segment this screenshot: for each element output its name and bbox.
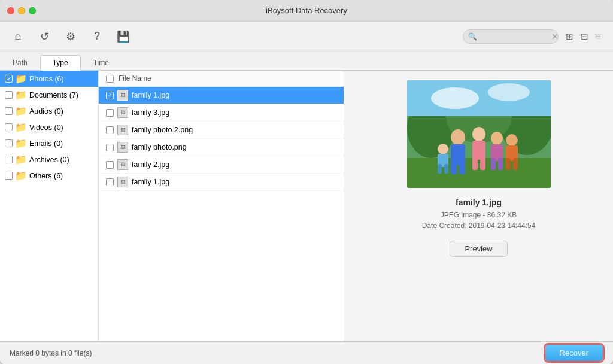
window-title: iBoysoft Data Recovery (266, 6, 347, 15)
sidebar-item-archives[interactable]: 📁 Archives (0) (0, 151, 98, 168)
sidebar-item-emails[interactable]: 📁 Emails (0) (0, 135, 98, 151)
svg-rect-22 (438, 164, 442, 174)
preview-button[interactable]: Preview (450, 241, 507, 257)
settings-icon[interactable]: ⚙ (62, 28, 79, 45)
svg-point-24 (506, 134, 518, 146)
documents-checkbox[interactable] (5, 91, 13, 99)
file-item-4[interactable]: 🖼 family 2.jpg (99, 156, 344, 174)
archives-folder-icon: 📁 (15, 154, 27, 165)
sidebar-item-documents[interactable]: 📁 Documents (7) (0, 87, 98, 103)
documents-folder-icon: 📁 (15, 89, 27, 101)
traffic-lights (7, 7, 36, 14)
preview-panel: family 1.jpg JPEG image - 86.32 KB Date … (344, 71, 613, 341)
file-4-name: family 2.jpg (132, 160, 169, 169)
svg-rect-27 (513, 158, 518, 170)
file-3-checkbox[interactable] (106, 144, 114, 151)
file-5-thumb: 🖼 (117, 177, 128, 187)
recover-button[interactable]: Recover (545, 344, 603, 362)
preview-meta-line2: Date Created: 2019-04-23 14:44:54 (422, 222, 535, 230)
file-2-checkbox[interactable] (106, 126, 114, 134)
svg-rect-18 (491, 158, 496, 170)
file-2-name: family photo 2.png (132, 126, 193, 134)
list-view-icon[interactable]: ≡ (593, 30, 603, 43)
close-button[interactable] (7, 7, 14, 14)
sidebar: 📁 Photos (6) 📁 Documents (7) 📁 Audios (0… (0, 71, 99, 341)
help-icon[interactable]: ? (89, 28, 105, 45)
svg-rect-15 (480, 157, 485, 170)
svg-rect-11 (459, 162, 465, 174)
others-folder-icon: 📁 (15, 170, 27, 181)
drive-icon[interactable]: 💾 (115, 28, 132, 45)
file-0-checkbox[interactable] (106, 92, 114, 99)
svg-rect-10 (451, 162, 457, 174)
svg-point-5 (431, 87, 479, 109)
file-4-checkbox[interactable] (106, 161, 114, 169)
preview-image (407, 80, 551, 188)
search-clear-icon[interactable]: ✕ (551, 32, 559, 41)
svg-rect-23 (444, 164, 448, 174)
tab-path[interactable]: Path (0, 55, 40, 70)
select-all-checkbox[interactable] (106, 75, 114, 83)
preview-meta: JPEG image - 86.32 KB Date Created: 2019… (422, 210, 535, 231)
file-1-checkbox[interactable] (106, 109, 114, 117)
toolbar-right: 🔍 ✕ ⊞ ⊟ ≡ (463, 29, 603, 44)
home-icon[interactable]: ⌂ (10, 28, 26, 45)
file-0-name: family 1.jpg (132, 91, 169, 99)
svg-point-6 (488, 83, 530, 101)
svg-point-20 (438, 144, 448, 154)
file-3-thumb: 🖼 (117, 142, 128, 153)
archives-checkbox[interactable] (5, 156, 13, 163)
svg-point-16 (491, 132, 503, 145)
others-label: Others (6) (29, 172, 63, 180)
videos-folder-icon: 📁 (15, 122, 27, 133)
file-name-column-header: File Name (119, 74, 151, 83)
view-controls: ⊞ ⊟ ≡ (563, 30, 603, 43)
file-item-0[interactable]: 🖼 family 1.jpg (99, 87, 344, 104)
svg-rect-19 (498, 158, 503, 170)
photos-label: Photos (6) (29, 75, 64, 83)
file-item-2[interactable]: 🖼 family photo 2.png (99, 122, 344, 139)
thumbnail-view-icon[interactable]: ⊞ (563, 30, 576, 43)
file-item-1[interactable]: 🖼 family 3.jpg (99, 104, 344, 122)
sidebar-item-videos[interactable]: 📁 Videos (0) (0, 119, 98, 135)
file-5-name: family 1.jpg (132, 178, 169, 186)
minimize-button[interactable] (18, 7, 25, 14)
photos-folder-icon: 📁 (15, 73, 27, 84)
emails-label: Emails (0) (29, 139, 63, 148)
audios-folder-icon: 📁 (15, 105, 27, 117)
status-bar: Marked 0 bytes in 0 file(s) Recover (0, 341, 613, 364)
file-1-thumb: 🖼 (117, 107, 128, 118)
emails-checkbox[interactable] (5, 139, 13, 147)
columns-view-icon[interactable]: ⊟ (578, 30, 591, 43)
videos-checkbox[interactable] (5, 123, 13, 131)
main-window: iBoysoft Data Recovery ⌂ ↺ ⚙ ? 💾 🔍 ✕ ⊞ ⊟… (0, 0, 613, 364)
photos-checkbox[interactable] (5, 75, 13, 83)
sidebar-item-others[interactable]: 📁 Others (6) (0, 168, 98, 184)
file-0-thumb: 🖼 (117, 90, 128, 101)
tab-type[interactable]: Type (40, 55, 81, 71)
others-checkbox[interactable] (5, 172, 13, 180)
preview-image-svg (407, 80, 551, 188)
tab-time[interactable]: Time (81, 55, 122, 70)
file-item-3[interactable]: 🖼 family photo.png (99, 139, 344, 156)
search-icon: 🔍 (468, 32, 477, 41)
audios-label: Audios (0) (29, 107, 63, 116)
sidebar-item-photos[interactable]: 📁 Photos (6) (0, 71, 98, 87)
audios-checkbox[interactable] (5, 107, 13, 115)
svg-point-8 (451, 129, 465, 145)
videos-label: Videos (0) (29, 123, 63, 132)
refresh-icon[interactable]: ↺ (36, 28, 53, 45)
main-content: 📁 Photos (6) 📁 Documents (7) 📁 Audios (0… (0, 71, 613, 341)
file-1-name: family 3.jpg (132, 108, 169, 117)
svg-rect-7 (407, 158, 551, 188)
file-5-checkbox[interactable] (106, 178, 114, 186)
tabs-bar: Path Type Time (0, 51, 613, 71)
sidebar-item-audios[interactable]: 📁 Audios (0) (0, 103, 98, 119)
search-input[interactable] (477, 32, 549, 41)
search-box: 🔍 ✕ (463, 29, 559, 44)
title-bar: iBoysoft Data Recovery (0, 0, 613, 22)
preview-meta-line1: JPEG image - 86.32 KB (441, 211, 517, 219)
file-item-5[interactable]: 🖼 family 1.jpg (99, 174, 344, 191)
file-4-thumb: 🖼 (117, 159, 128, 170)
maximize-button[interactable] (29, 7, 36, 14)
